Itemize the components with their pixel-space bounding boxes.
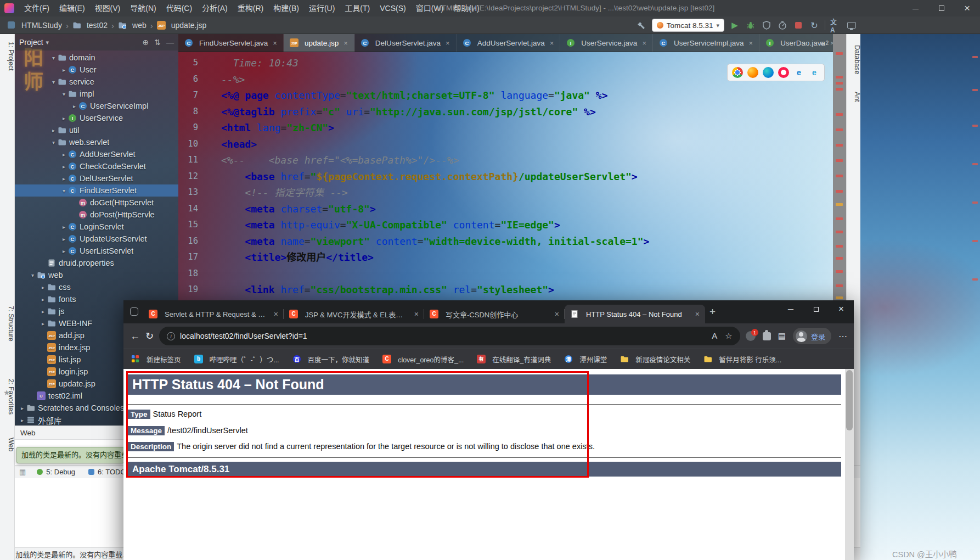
tab-close-icon[interactable]: ×	[642, 39, 646, 47]
tree-item[interactable]: ▸CAddUserServlet	[15, 148, 178, 160]
browser-maximize-icon[interactable]	[803, 300, 829, 318]
bookmark-item[interactable]: 新冠疫情论文相关	[620, 354, 690, 365]
sort-icon[interactable]: ⇅	[154, 38, 161, 47]
stop-button[interactable]	[793, 20, 804, 31]
window-layout-icon[interactable]	[846, 20, 857, 31]
tree-item[interactable]: mdoGet(HttpServlet	[15, 197, 178, 209]
stripe-item-database[interactable]: Database	[847, 45, 861, 75]
editor-tab-FindUserServlet.java[interactable]: CFindUserServlet.java×	[178, 34, 284, 52]
tree-item[interactable]: ▾CFindUserServlet	[15, 184, 178, 197]
browser-tab[interactable]: CJSP & MVC开发模式 & EL表达式×	[284, 305, 424, 323]
ie-icon[interactable]: e	[793, 67, 804, 78]
locate-icon[interactable]: ⊕	[143, 38, 149, 47]
tree-item[interactable]: ▾domain	[15, 52, 178, 64]
browser-tab[interactable]: CServlet & HTTP & Request & Res...×	[143, 305, 284, 323]
tree-item[interactable]: ▸IUserService	[15, 112, 178, 124]
error-stripe-mark[interactable]	[836, 190, 843, 193]
editor-tab-UserServiceImpl.java[interactable]: CUserServiceImpl.java×	[653, 34, 759, 52]
breadcrumb-item-update.jsp[interactable]: JSPupdate.jsp	[155, 21, 209, 30]
menu-item-7[interactable]: 构建(B)	[268, 0, 304, 16]
stripe-item-2-favorites[interactable]: 2: Favorites	[0, 379, 15, 415]
breadcrumb-item-test02[interactable]: test02	[71, 21, 109, 30]
browser-minimize-icon[interactable]: ─	[778, 300, 803, 318]
menu-item-1[interactable]: 编辑(E)	[54, 0, 90, 16]
tab-close-icon[interactable]: ×	[414, 310, 419, 318]
url-text[interactable]: localhost/test02/findUserServlet?id=1	[180, 332, 707, 340]
run-button[interactable]: ▶	[729, 20, 740, 31]
menu-item-4[interactable]: 代码(C)	[161, 0, 197, 16]
opera-icon[interactable]	[778, 67, 789, 78]
more-menu-icon[interactable]: ⋯	[838, 331, 847, 341]
site-info-icon[interactable]: i	[167, 332, 175, 340]
error-stripe-mark[interactable]	[836, 113, 843, 116]
bookmark-item[interactable]: Cclover_oreo的博客_...	[382, 354, 464, 365]
browser-close-icon[interactable]: ×	[829, 300, 854, 318]
refresh-icon[interactable]: ↻	[145, 330, 154, 342]
tab-close-icon[interactable]: ×	[343, 39, 348, 47]
maximize-icon[interactable]	[928, 0, 954, 16]
bookmark-item[interactable]: 新建标签页	[131, 354, 181, 365]
error-stripe-mark[interactable]	[836, 128, 843, 131]
page-scrollbar[interactable]	[845, 369, 854, 560]
chevron-down-icon[interactable]: ▾	[46, 39, 49, 46]
close-icon[interactable]: ×	[954, 0, 980, 16]
bookmark-item[interactable]: 暂伴月将影 行乐须...	[703, 354, 781, 365]
error-stripe-mark[interactable]	[836, 52, 843, 55]
tree-item[interactable]: ▾service	[15, 76, 178, 88]
new-tab-button[interactable]: +	[709, 306, 716, 318]
error-stripe-mark[interactable]	[836, 203, 843, 206]
redeploy-icon[interactable]: ↻	[809, 20, 820, 31]
editor-tab-update.jsp[interactable]: JSPupdate.jsp×	[284, 34, 354, 52]
debug-button[interactable]	[745, 20, 756, 31]
menu-item-5[interactable]: 分析(A)	[197, 0, 233, 16]
editor-tab-AddUserServlet.java[interactable]: CAddUserServlet.java×	[457, 34, 561, 52]
tree-item[interactable]: mdoPost(HttpServle	[15, 209, 178, 221]
stripe-item-web[interactable]: Web	[0, 438, 15, 451]
bookmark-item[interactable]: 百百度一下，你就知道	[292, 354, 370, 365]
tree-item[interactable]: ▸CUser	[15, 64, 178, 76]
minimize-icon[interactable]: ─	[903, 0, 928, 16]
tab-close-icon[interactable]: ×	[749, 39, 753, 47]
favorite-star-icon[interactable]: ☆	[725, 331, 732, 341]
menu-item-3[interactable]: 导航(N)	[125, 0, 161, 16]
scrollbar-thumb[interactable]	[846, 370, 853, 430]
tree-item[interactable]: ▸util	[15, 124, 178, 136]
breadcrumb-item-web[interactable]: web	[116, 21, 148, 30]
error-stripe-mark[interactable]	[836, 284, 843, 287]
extension-badge-icon[interactable]: 1	[746, 331, 756, 341]
tree-item[interactable]: ▸CUserServiceImpl	[15, 100, 178, 112]
error-stripe-mark[interactable]	[836, 88, 843, 91]
collapse-icon[interactable]: ―	[166, 38, 174, 47]
browser-tab[interactable]: HTTP Status 404 – Not Found×	[565, 305, 705, 323]
build-hammer-icon[interactable]	[636, 20, 647, 31]
tree-item[interactable]: ▸CDelUserServlet	[15, 172, 178, 184]
menu-item-8[interactable]: 运行(U)	[304, 0, 340, 16]
reload-notification[interactable]: 加载的类是最新的。没有内容重载	[16, 447, 124, 463]
chrome-icon[interactable]	[732, 67, 743, 78]
error-stripe-mark[interactable]	[836, 245, 843, 248]
tab-close-icon[interactable]: ×	[550, 39, 554, 47]
edge-icon[interactable]	[763, 67, 774, 78]
error-stripe-mark[interactable]	[836, 231, 843, 233]
menu-item-6[interactable]: 重构(R)	[233, 0, 268, 16]
tree-item[interactable]: ▸css	[15, 281, 178, 293]
read-aloud-icon[interactable]: A	[712, 331, 717, 341]
error-stripe-mark[interactable]	[836, 257, 843, 260]
menu-item-10[interactable]: VCS(S)	[375, 0, 410, 16]
firefox-icon[interactable]	[747, 67, 758, 78]
coverage-icon[interactable]	[761, 20, 772, 31]
error-stripe-mark[interactable]	[836, 270, 843, 273]
profiler-icon[interactable]	[777, 20, 788, 31]
translate-icon[interactable]: 文A	[830, 20, 841, 31]
tool-tab-debug[interactable]: 5: Debug	[30, 466, 82, 479]
tree-item[interactable]: druid.properties	[15, 257, 178, 269]
stripe-item-1-project[interactable]: 1: Project	[0, 42, 15, 71]
tab-actions-icon[interactable]	[130, 307, 138, 316]
editor-tab-UserService.java[interactable]: IUserService.java×	[560, 34, 653, 52]
collections-icon[interactable]: ▤	[778, 331, 786, 341]
tab-close-icon[interactable]: ×	[273, 39, 277, 47]
stripe-item-7-structure[interactable]: 7: Structure	[0, 306, 15, 341]
error-stripe-mark[interactable]	[836, 144, 843, 147]
menu-item-0[interactable]: 文件(F)	[19, 0, 54, 16]
tab-close-icon[interactable]: ×	[274, 310, 278, 318]
